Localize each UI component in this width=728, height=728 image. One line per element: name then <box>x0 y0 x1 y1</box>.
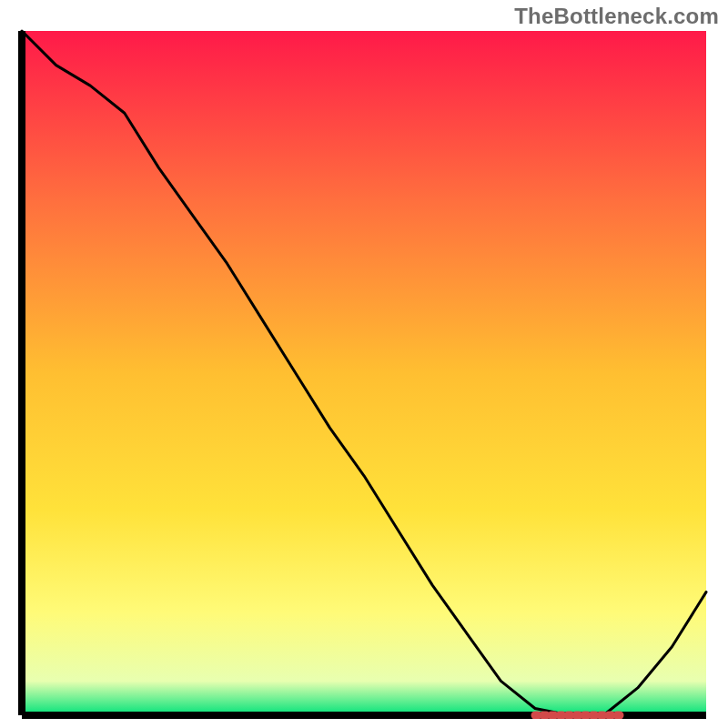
watermark-text: TheBottleneck.com <box>514 4 719 29</box>
gradient-background <box>22 31 706 715</box>
plot-area <box>18 27 710 719</box>
bottleneck-chart <box>18 27 710 719</box>
chart-container: TheBottleneck.com <box>0 0 728 728</box>
